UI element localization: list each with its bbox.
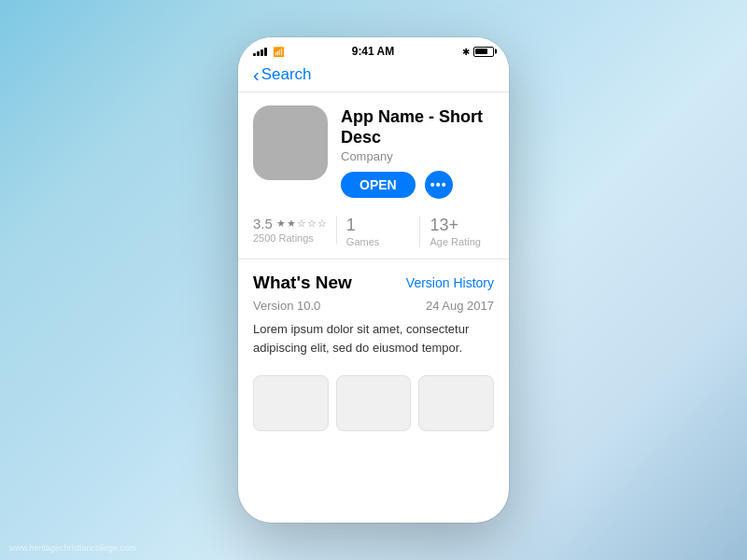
app-header: App Name - Short Desc Company OPEN ••• (238, 92, 509, 208)
rating-score: 3.5 ★ ★ ☆ ☆ ☆ (253, 216, 327, 231)
nav-bar: ‹ Search (238, 62, 509, 92)
games-section: 1 Games (337, 216, 421, 247)
games-label: Games (346, 236, 379, 247)
stars: ★ ★ ☆ ☆ ☆ (276, 217, 327, 230)
back-label: Search (261, 65, 312, 84)
age-rating-section: 13+ Age Rating (420, 216, 494, 247)
app-icon (253, 105, 328, 180)
star-5: ☆ (317, 217, 327, 230)
screenshot-1 (253, 375, 329, 431)
whats-new-header: What's New Version History (253, 273, 494, 293)
ratings-count: 2500 Ratings (253, 232, 314, 244)
version-description: Lorem ipsum dolor sit amet, consectetur … (253, 320, 494, 357)
screenshot-3 (418, 375, 494, 431)
ratings-row: 3.5 ★ ★ ☆ ☆ ☆ 2500 Ratings 1 Games 13+ A… (238, 208, 509, 259)
app-title: App Name - Short Desc (341, 107, 494, 147)
watermark: www.heritagechristiancollege.com (9, 543, 136, 553)
whats-new-section: What's New Version History Version 10.0 … (238, 259, 509, 364)
whats-new-title: What's New (253, 273, 352, 293)
star-2: ★ (287, 217, 296, 230)
age-rating: 13+ (430, 216, 458, 235)
back-button[interactable]: ‹ Search (253, 65, 494, 84)
games-count: 1 (346, 216, 356, 235)
version-history-link[interactable]: Version History (406, 275, 494, 290)
app-company: Company (341, 149, 494, 163)
app-actions: OPEN ••• (341, 171, 494, 199)
more-options-button[interactable]: ••• (425, 171, 453, 199)
star-3: ☆ (297, 217, 306, 230)
wifi-icon: 📶 (273, 47, 284, 57)
version-row: Version 10.0 24 Aug 2017 (253, 299, 494, 313)
app-info: App Name - Short Desc Company OPEN ••• (341, 105, 494, 199)
bluetooth-icon: ✱ (462, 47, 470, 57)
phone-frame: 📶 9:41 AM ✱ ‹ Search App Name - Short De… (238, 37, 509, 523)
version-number: Version 10.0 (253, 299, 320, 313)
open-button[interactable]: OPEN (341, 172, 416, 198)
status-right: ✱ (462, 47, 494, 57)
screenshots-section (238, 364, 509, 431)
rating-number: 3.5 (253, 216, 273, 231)
battery-icon (473, 47, 494, 57)
status-bar: 📶 9:41 AM ✱ (238, 37, 509, 62)
status-left: 📶 (253, 47, 284, 57)
screenshot-2 (336, 375, 412, 431)
back-chevron-icon: ‹ (253, 65, 260, 84)
star-4: ☆ (307, 217, 317, 230)
star-1: ★ (276, 217, 286, 230)
age-label: Age Rating (430, 236, 480, 247)
signal-bars-icon (253, 47, 267, 56)
rating-score-section: 3.5 ★ ★ ☆ ☆ ☆ 2500 Ratings (253, 216, 337, 244)
version-date: 24 Aug 2017 (426, 299, 494, 313)
status-time: 9:41 AM (352, 45, 395, 58)
